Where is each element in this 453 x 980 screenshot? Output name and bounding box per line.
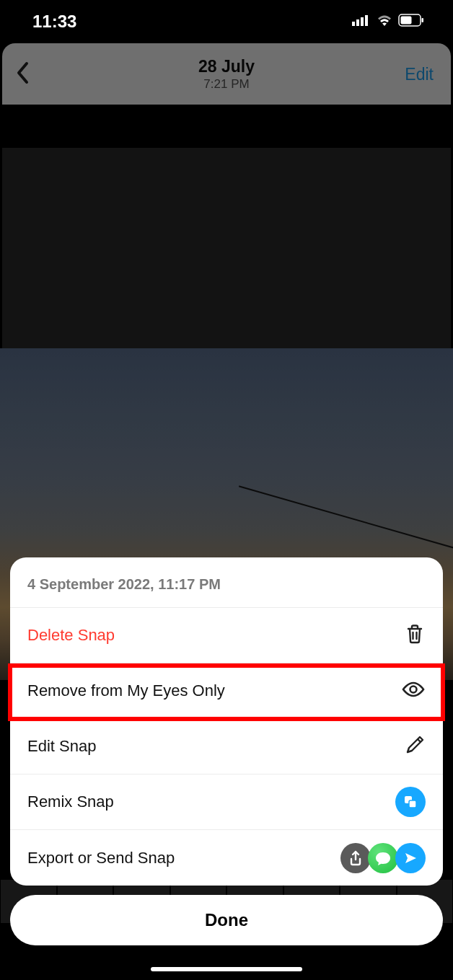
svg-rect-0 bbox=[352, 22, 355, 26]
messages-icon bbox=[368, 843, 398, 873]
send-icon bbox=[395, 843, 426, 873]
svg-rect-1 bbox=[356, 19, 359, 26]
trash-icon bbox=[404, 623, 426, 648]
svg-rect-3 bbox=[365, 15, 368, 26]
done-button[interactable]: Done bbox=[10, 895, 443, 945]
remix-snap-item[interactable]: Remix Snap bbox=[10, 774, 443, 830]
eye-icon bbox=[401, 681, 426, 701]
remove-my-eyes-only-label: Remove from My Eyes Only bbox=[27, 681, 225, 700]
pencil-icon bbox=[404, 734, 426, 759]
status-indicators bbox=[352, 14, 424, 30]
svg-rect-5 bbox=[401, 17, 412, 25]
edit-snap-item[interactable]: Edit Snap bbox=[10, 719, 443, 774]
export-send-label: Export or Send Snap bbox=[27, 849, 175, 868]
svg-rect-6 bbox=[422, 18, 424, 22]
sheet-timestamp: 4 September 2022, 11:17 PM bbox=[10, 557, 443, 608]
svg-rect-9 bbox=[409, 800, 416, 808]
svg-point-7 bbox=[410, 687, 417, 693]
remix-snap-label: Remix Snap bbox=[27, 793, 114, 811]
remix-icon bbox=[395, 787, 426, 817]
export-send-snap-item[interactable]: Export or Send Snap bbox=[10, 830, 443, 886]
wifi-icon bbox=[376, 14, 393, 30]
svg-rect-2 bbox=[361, 17, 364, 26]
delete-snap-label: Delete Snap bbox=[27, 626, 115, 645]
home-indicator[interactable] bbox=[151, 967, 302, 971]
edit-snap-label: Edit Snap bbox=[27, 737, 96, 756]
export-icon bbox=[340, 843, 371, 873]
status-time: 11:33 bbox=[32, 12, 76, 32]
action-sheet: 4 September 2022, 11:17 PM Delete Snap R… bbox=[10, 557, 443, 886]
delete-snap-item[interactable]: Delete Snap bbox=[10, 608, 443, 663]
status-bar: 11:33 bbox=[0, 0, 453, 43]
battery-icon bbox=[398, 14, 424, 30]
remove-my-eyes-only-item[interactable]: Remove from My Eyes Only bbox=[10, 663, 443, 719]
cellular-icon bbox=[352, 14, 371, 29]
